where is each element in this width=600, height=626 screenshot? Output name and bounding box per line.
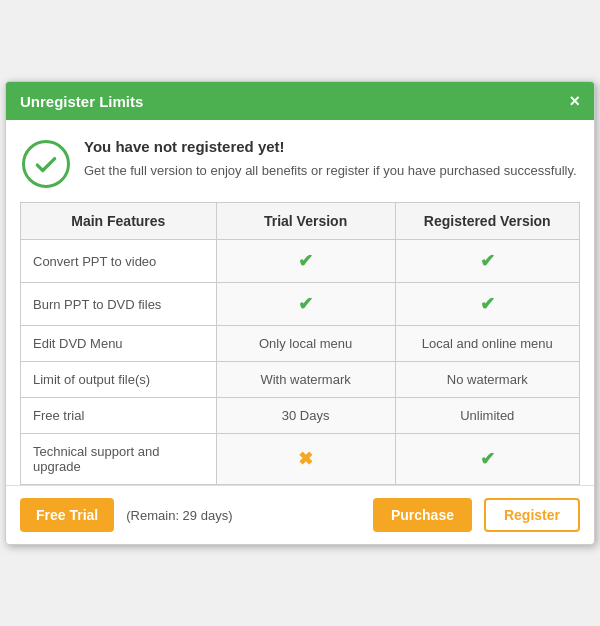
check-circle-icon — [22, 140, 70, 188]
remain-text: (Remain: 29 days) — [126, 508, 361, 523]
table-row: Limit of output file(s)With watermarkNo … — [21, 362, 580, 398]
col-header-feature: Main Features — [21, 203, 217, 240]
cell-registered: Unlimited — [395, 398, 579, 434]
table-row: Convert PPT to video✔✔ — [21, 240, 580, 283]
check-icon: ✔ — [480, 251, 495, 271]
table-header-row: Main Features Trial Version Registered V… — [21, 203, 580, 240]
table-row: Burn PPT to DVD files✔✔ — [21, 283, 580, 326]
info-title: You have not registered yet! — [84, 138, 577, 155]
table-row: Free trial30 DaysUnlimited — [21, 398, 580, 434]
purchase-button[interactable]: Purchase — [373, 498, 472, 532]
check-icon: ✔ — [480, 449, 495, 469]
table-row: Edit DVD MenuOnly local menuLocal and on… — [21, 326, 580, 362]
cell-trial: ✔ — [216, 283, 395, 326]
col-header-trial: Trial Version — [216, 203, 395, 240]
cell-trial: ✔ — [216, 240, 395, 283]
check-icon: ✔ — [298, 294, 313, 314]
cell-registered: ✔ — [395, 240, 579, 283]
title-bar: Unregister Limits × — [6, 82, 594, 120]
cell-feature: Free trial — [21, 398, 217, 434]
close-button[interactable]: × — [569, 92, 580, 110]
cell-feature: Edit DVD Menu — [21, 326, 217, 362]
cell-trial: With watermark — [216, 362, 395, 398]
cell-feature: Convert PPT to video — [21, 240, 217, 283]
cell-trial: ✖ — [216, 434, 395, 485]
cell-feature: Burn PPT to DVD files — [21, 283, 217, 326]
cell-trial: 30 Days — [216, 398, 395, 434]
col-header-registered: Registered Version — [395, 203, 579, 240]
check-icon: ✔ — [480, 294, 495, 314]
table-row: Technical support and upgrade✖✔ — [21, 434, 580, 485]
footer: Free Trial (Remain: 29 days) Purchase Re… — [6, 485, 594, 544]
cell-registered: No watermark — [395, 362, 579, 398]
cross-icon: ✖ — [298, 449, 313, 469]
cell-trial: Only local menu — [216, 326, 395, 362]
cell-feature: Limit of output file(s) — [21, 362, 217, 398]
info-section: You have not registered yet! Get the ful… — [6, 120, 594, 202]
cell-registered: ✔ — [395, 434, 579, 485]
features-table: Main Features Trial Version Registered V… — [20, 202, 580, 485]
register-button[interactable]: Register — [484, 498, 580, 532]
info-text: You have not registered yet! Get the ful… — [84, 138, 577, 181]
cell-registered: Local and online menu — [395, 326, 579, 362]
features-table-wrapper: Main Features Trial Version Registered V… — [6, 202, 594, 485]
free-trial-button[interactable]: Free Trial — [20, 498, 114, 532]
dialog: Unregister Limits × You have not registe… — [5, 81, 595, 545]
check-icon: ✔ — [298, 251, 313, 271]
info-description: Get the full version to enjoy all benefi… — [84, 161, 577, 181]
cell-registered: ✔ — [395, 283, 579, 326]
dialog-title: Unregister Limits — [20, 93, 143, 110]
cell-feature: Technical support and upgrade — [21, 434, 217, 485]
